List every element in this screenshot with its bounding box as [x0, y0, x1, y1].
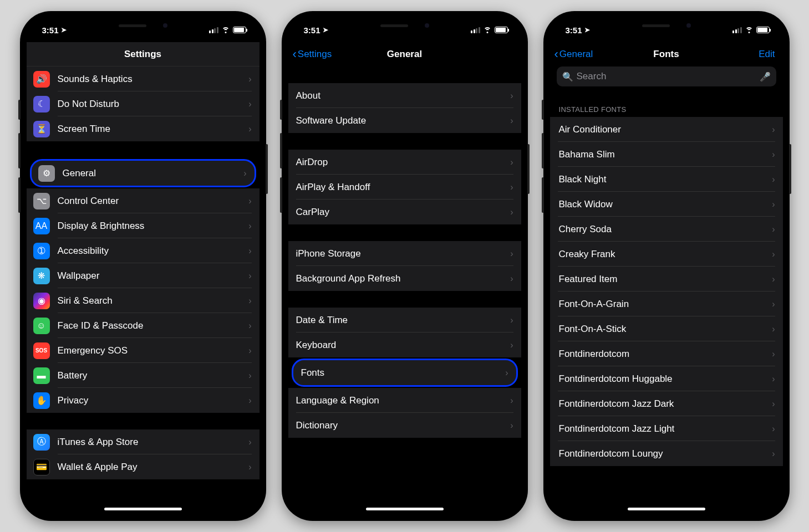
font-row[interactable]: Font-On-A-Stick › — [550, 316, 783, 341]
settings-row[interactable]: Language & Region › — [288, 388, 521, 413]
font-name: Bahama Slim — [558, 142, 775, 167]
chevron-right-icon: › — [772, 399, 775, 409]
font-row[interactable]: Fontdinerdotcom Jazz Light › — [550, 416, 783, 441]
font-name: Fontdinerdotcom — [558, 341, 775, 366]
settings-row[interactable]: 🔊 Sounds & Haptics › — [27, 66, 260, 91]
settings-row[interactable]: About › — [288, 83, 521, 108]
home-indicator[interactable] — [628, 508, 705, 510]
row-label: Emergency SOS — [58, 338, 252, 363]
wifi-icon — [745, 27, 754, 33]
accessibility-icon: ➀ — [33, 243, 50, 259]
font-row[interactable]: Bahama Slim › — [550, 142, 783, 167]
font-name: Font-On-A-Grain — [558, 291, 775, 316]
font-row[interactable]: Creaky Frank › — [550, 242, 783, 267]
font-row[interactable]: Featured Item › — [550, 267, 783, 291]
row-label: About — [296, 83, 513, 108]
moon-icon: ☾ — [33, 96, 50, 112]
settings-row[interactable]: Date & Time › — [288, 308, 521, 332]
row-label: General — [63, 161, 247, 186]
font-row[interactable]: Font-On-A-Grain › — [550, 291, 783, 316]
settings-row[interactable]: ✋ Privacy › — [27, 388, 260, 413]
settings-row[interactable]: ⚙ General › — [30, 159, 256, 187]
settings-row[interactable]: ☺ Face ID & Passcode › — [27, 313, 260, 338]
settings-row[interactable]: CarPlay › — [288, 200, 521, 224]
fonts-list[interactable]: INSTALLED FONTS Air Conditioner › Bahama… — [550, 92, 783, 514]
settings-row[interactable]: AA Display & Brightness › — [27, 213, 260, 238]
row-label: Language & Region — [296, 388, 513, 413]
chevron-right-icon: › — [510, 340, 513, 350]
chevron-right-icon: › — [510, 116, 513, 126]
row-label: Battery — [58, 363, 252, 388]
cell-signal-icon — [732, 27, 742, 33]
row-label: CarPlay — [296, 200, 513, 224]
settings-row[interactable]: SOS Emergency SOS › — [27, 338, 260, 363]
chevron-right-icon: › — [510, 421, 513, 431]
row-label: iPhone Storage — [296, 241, 513, 266]
settings-row[interactable]: ☾ Do Not Disturb › — [27, 91, 260, 116]
location-icon: ➤ — [323, 26, 328, 34]
font-row[interactable]: Fontdinerdotcom Loungy › — [550, 441, 783, 466]
row-label: Software Update — [296, 108, 513, 133]
back-button[interactable]: ‹General — [554, 48, 593, 60]
font-name: Cherry Soda — [558, 217, 775, 242]
battery-icon — [495, 27, 508, 33]
font-row[interactable]: Cherry Soda › — [550, 217, 783, 242]
settings-row[interactable]: Ⓐ iTunes & App Store › — [27, 429, 260, 454]
settings-list[interactable]: 🔊 Sounds & Haptics › ☾ Do Not Disturb › … — [27, 66, 260, 514]
toggles-icon: ⌥ — [33, 193, 50, 209]
row-label: Background App Refresh — [296, 266, 513, 291]
location-icon: ➤ — [584, 26, 590, 34]
font-row[interactable]: Fontdinerdotcom › — [550, 341, 783, 366]
section-header: INSTALLED FONTS — [550, 92, 783, 117]
home-indicator[interactable] — [366, 508, 444, 510]
settings-row[interactable]: Dictionary › — [288, 413, 521, 438]
settings-row[interactable]: ◉ Siri & Search › — [27, 288, 260, 313]
mic-icon[interactable]: 🎤 — [760, 71, 771, 82]
settings-row[interactable]: ❋ Wallpaper › — [27, 263, 260, 288]
sos-icon: SOS — [33, 342, 50, 359]
chevron-right-icon: › — [248, 346, 251, 356]
settings-row[interactable]: ⌥ Control Center › — [27, 188, 260, 213]
font-row[interactable]: Black Widow › — [550, 192, 783, 217]
font-row[interactable]: Fontdinerdotcom Huggable › — [550, 366, 783, 391]
chevron-right-icon: › — [772, 449, 775, 459]
settings-row[interactable]: Keyboard › — [288, 332, 521, 357]
chevron-right-icon: › — [510, 315, 513, 325]
font-row[interactable]: Fontdinerdotcom Jazz Dark › — [550, 391, 783, 416]
row-label: Display & Brightness — [58, 213, 252, 238]
settings-row[interactable]: Background App Refresh › — [288, 266, 521, 291]
phone-fonts: 3:51➤ ‹General Fonts Edit 🔍 🎤 INSTALLED … — [543, 11, 790, 521]
wifi-icon — [221, 27, 230, 33]
row-label: Wallpaper — [58, 263, 252, 288]
row-label: Siri & Search — [58, 288, 252, 313]
chevron-right-icon: › — [772, 200, 775, 209]
gear-icon: ⚙ — [38, 165, 55, 182]
font-row[interactable]: Black Night › — [550, 167, 783, 192]
search-field[interactable]: 🔍 🎤 — [557, 66, 776, 86]
back-button[interactable]: ‹Settings — [293, 48, 332, 60]
settings-row[interactable]: AirDrop › — [288, 150, 521, 175]
chevron-right-icon: › — [772, 150, 775, 160]
settings-row[interactable]: Software Update › — [288, 108, 521, 133]
settings-row[interactable]: iPhone Storage › — [288, 241, 521, 266]
settings-row[interactable]: ▬ Battery › — [27, 363, 260, 388]
row-label: AirDrop — [296, 150, 513, 175]
search-input[interactable] — [577, 71, 760, 82]
edit-button[interactable]: Edit — [759, 49, 775, 60]
chevron-right-icon: › — [510, 91, 513, 101]
page-title: Settings — [124, 49, 161, 60]
font-name: Black Widow — [558, 192, 775, 217]
settings-row[interactable]: ➀ Accessibility › — [27, 238, 260, 263]
general-list[interactable]: About › Software Update › AirDrop › AirP… — [288, 66, 521, 514]
settings-row[interactable]: Fonts › — [292, 359, 518, 387]
chevron-right-icon: › — [772, 249, 775, 259]
page-title: Fonts — [653, 49, 679, 60]
font-row[interactable]: Air Conditioner › — [550, 117, 783, 142]
page-title: General — [387, 49, 422, 60]
settings-row[interactable]: ⏳ Screen Time › — [27, 116, 260, 141]
settings-row[interactable]: AirPlay & Handoff › — [288, 175, 521, 200]
settings-row[interactable]: 💳 Wallet & Apple Pay › — [27, 454, 260, 479]
row-label: Dictionary — [296, 413, 513, 438]
home-indicator[interactable] — [104, 508, 182, 510]
chevron-right-icon: › — [772, 224, 775, 234]
